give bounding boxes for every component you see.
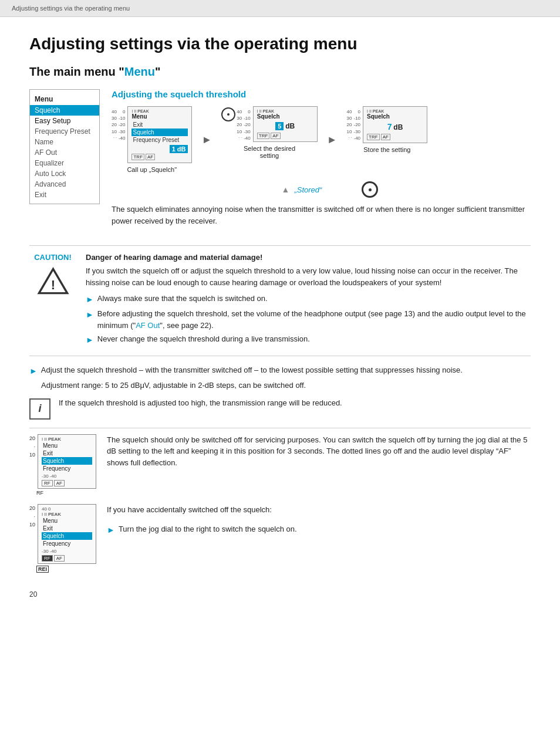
squelch-off-row: 20 · 10 I II PEAK Menu Exit Squelch Freq… [29, 434, 531, 496]
accidentally-text: If you have accidentally switched off th… [107, 504, 531, 516]
screen3-block: 40 30 20 10 · · 0 -10 -20 -30 -40 [347, 106, 427, 153]
device1-numbers: 20 · 10 [29, 434, 35, 459]
device1-screen: I II PEAK Menu Exit Squelch Frequency -3… [38, 434, 96, 489]
section-title: The main menu "Menu" [29, 65, 531, 79]
d1-bottom: RF AF [42, 480, 92, 486]
turn-jog-arrow: ► [107, 524, 115, 536]
s3-dot: · · [347, 135, 352, 141]
squelch-off-text: The squelch should only be switched off … [107, 434, 531, 469]
s2-10: 10 [237, 129, 242, 135]
squelch-description: The squelch eliminates annoying noise wh… [112, 204, 531, 226]
d1-freq: Frequency [42, 465, 92, 472]
d1-10: 10 [29, 451, 35, 459]
db-badge1: 1 dB [170, 145, 188, 153]
s2-af: AF [271, 133, 280, 139]
d2-peak: PEAK [48, 512, 61, 517]
level-r30: -30 [119, 129, 126, 135]
level-r10: -10 [119, 115, 126, 121]
d2-rei-label: REI [36, 566, 49, 573]
caution-bullet-3: ► Never change the squelch threshold dur… [86, 333, 531, 346]
right-content: Adjusting the squelch threshold 40 30 20… [112, 89, 531, 235]
top-bar-text: Adjusting settings via the operating men… [12, 5, 130, 12]
s3-40: 40 [347, 109, 352, 115]
d1-squelch: Squelch [42, 457, 92, 465]
sidebar-item-frequency-preset[interactable]: Frequency Preset [30, 126, 99, 137]
peak-i: I II [131, 109, 136, 113]
adjust-bullet-row: ► Adjust the squelch threshold – with th… [29, 364, 531, 377]
bullet-arrow-1: ► [86, 293, 94, 306]
caution-triangle-icon: ! [37, 266, 69, 296]
s2-r20: -20 [244, 121, 251, 128]
screen3-title: Squelch [367, 113, 423, 120]
d2-exit: Exit [42, 525, 92, 532]
screen3-wrapper: 40 30 20 10 · · 0 -10 -20 -30 -40 [347, 106, 427, 143]
sidebar-item-auto-lock[interactable]: Auto Lock [30, 168, 99, 179]
sidebar-item-af-out[interactable]: AF Out [30, 147, 99, 158]
af-out-link: AF Out [136, 321, 160, 330]
info-box-text: If the squelch threshold is adjusted too… [59, 397, 531, 409]
caution-label: CAUTION! [34, 253, 72, 262]
d1-exit: Exit [42, 449, 92, 457]
level-dot: · · [112, 135, 117, 141]
caution-bullet-1: ► Always make sure that the squelch is s… [86, 293, 531, 306]
d2-l4: -40 [50, 549, 57, 554]
s2-r30: -30 [244, 129, 251, 135]
bullet-arrow-2: ► [86, 309, 94, 331]
db-badge2: 5 [275, 122, 284, 130]
s2-trf: TRF [257, 133, 270, 139]
caution-bullets: ► Always make sure that the squelch is s… [86, 293, 531, 346]
screen3-unit: dB [393, 123, 403, 131]
screen1-exit: Exit [131, 121, 188, 129]
screen3-value-row: 7 dB [367, 122, 423, 131]
sidebar-item-equalizer[interactable]: Equalizer [30, 158, 99, 168]
d1-l2: -40 [50, 474, 57, 479]
page-number: 20 [29, 590, 531, 599]
screenshots-row: 40 30 20 10 · · 0 -10 -20 -30 -40 [112, 106, 531, 173]
device1-unit: 20 · 10 I II PEAK Menu Exit Squelch Freq… [29, 434, 96, 489]
sidebar-item-advanced[interactable]: Advanced [30, 179, 99, 190]
s3-10: 10 [347, 129, 352, 135]
caution-section: CAUTION! ! Danger of hearing damage and … [29, 245, 531, 356]
sidebar-item-exit[interactable]: Exit [30, 190, 99, 200]
screen2-block: 40 30 20 10 · · 0 -10 -20 -30 [221, 106, 317, 159]
s2-peak-label: PEAK [263, 109, 274, 113]
s3-r40: -40 [354, 135, 361, 141]
level-r0: 0 [119, 109, 126, 115]
sidebar-item-easy-setup[interactable]: Easy Setup [30, 116, 99, 126]
menu-title: Menu [30, 93, 99, 105]
menu-link: Menu [124, 65, 155, 78]
stored-text: „Stored“ [294, 185, 322, 194]
knob-center-1 [227, 113, 230, 116]
device1-peak-row: I II PEAK [42, 437, 92, 442]
s2-dot: · · [237, 135, 242, 141]
level-r40: -40 [119, 135, 126, 141]
sidebar-item-squelch[interactable]: Squelch [30, 105, 99, 116]
sidebar-menu: Menu Squelch Easy Setup Frequency Preset… [29, 89, 100, 204]
d2-levels: -30 -40 [42, 549, 92, 554]
d1-l1: -30 [42, 474, 49, 479]
d2-dot1: · [34, 512, 36, 520]
d2-af: AF [54, 555, 65, 562]
d2-i: I II [42, 512, 47, 517]
squelch-section-title: Adjusting the squelch threshold [112, 89, 531, 99]
s3-20: 20 [347, 121, 352, 128]
turn-jog-row: ► Turn the jog dial to the right to swit… [107, 523, 531, 536]
screen1-wrapper: 40 30 20 10 · · 0 -10 -20 -30 -40 [112, 106, 192, 163]
device2-peak-row: I II PEAK [42, 512, 92, 517]
stored-row: ▲ „Stored“ [129, 181, 531, 198]
screen2-value-row: 5 dB [257, 122, 313, 130]
device2-numbers: 20 · 10 [29, 504, 35, 529]
sidebar-item-name[interactable]: Name [30, 137, 99, 147]
turn-jog-text: Turn the jog dial to the right to switch… [119, 523, 297, 536]
peak-header3: I II PEAK [367, 109, 423, 113]
arrow-icon-2: ► [325, 134, 340, 146]
d2-20: 20 [29, 504, 35, 512]
d2-40: 40 [42, 506, 47, 512]
s2-r40: -40 [244, 135, 251, 141]
s2-30: 30 [237, 115, 242, 121]
svg-text:!: ! [50, 278, 55, 292]
label-af: AF [146, 154, 155, 160]
info-icon: i [29, 398, 50, 420]
accidentally-row: 20 · 10 40 0 I II PEAK Menu Exit Squelch [29, 504, 531, 573]
d2-l3: -30 [42, 549, 49, 554]
